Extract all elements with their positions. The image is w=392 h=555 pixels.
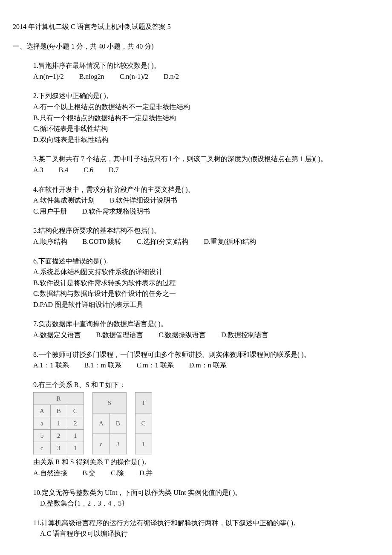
option-b: B.交 bbox=[83, 468, 96, 479]
table-cell: 2 bbox=[50, 430, 67, 442]
question-text: 1.冒泡排序在最坏情况下的比较次数是( )。 bbox=[33, 60, 379, 71]
option-d: D.n/2 bbox=[164, 71, 179, 82]
relation-tables: R A B C a 1 2 b 2 1 c 3 1 S bbox=[33, 392, 379, 454]
table-cell: c bbox=[92, 434, 110, 454]
option-c: C.m：1 联系 bbox=[137, 360, 174, 371]
table-cell: 1 bbox=[50, 417, 67, 430]
option-d: D.7 bbox=[109, 165, 119, 176]
table-r-name: R bbox=[34, 393, 84, 405]
table-cell: 1 bbox=[67, 442, 84, 454]
option-c: C.数据结构与数据库设计是软件设计的任务之一 bbox=[33, 288, 379, 299]
option-a: A.自然连接 bbox=[33, 468, 67, 479]
option-b: B.只有一个根结点的数据结构不一定是线性结构 bbox=[33, 113, 379, 124]
table-header: B bbox=[50, 405, 67, 417]
table-cell: c bbox=[34, 442, 51, 454]
question-5: 5.结构化程序所要求的基本结构不包括( )。 A.顺序结构 B.GOT0 跳转 … bbox=[33, 225, 379, 247]
table-s: S A B c 3 bbox=[92, 392, 127, 454]
table-cell: b bbox=[34, 430, 51, 442]
question-text: 8.一个教师可讲授多门课程，一门课程可由多个教师讲授。则实体教师和课程间的联系是… bbox=[33, 349, 379, 360]
question-text: 7.负责数据库中查询操作的数据库语言是( )。 bbox=[33, 318, 379, 330]
table-header: A bbox=[92, 413, 110, 434]
option-a: A.C 语言程序仅可以编译执行 bbox=[40, 528, 379, 539]
table-cell: 1 bbox=[67, 430, 84, 442]
option-a: A.系统总体结构图支持软件系统的详细设计 bbox=[33, 266, 379, 278]
table-header: A bbox=[34, 405, 51, 417]
option-b: B.GOT0 跳转 bbox=[83, 236, 122, 247]
table-cell: 1 bbox=[135, 434, 152, 454]
table-header: B bbox=[110, 413, 126, 434]
question-text: 6.下面描述中错误的是( )。 bbox=[33, 256, 379, 267]
option-a: A.数据定义语言 bbox=[33, 330, 81, 341]
option-c: C.用户手册 bbox=[33, 206, 67, 217]
option-d: D.m：n 联系 bbox=[189, 360, 227, 371]
question-8: 8.一个教师可讲授多门课程，一门课程可由多个教师讲授。则实体教师和课程间的联系是… bbox=[33, 349, 379, 371]
option-a: A.有一个以上根结点的数据结构不一定是非线性结构 bbox=[33, 101, 379, 113]
question-7: 7.负责数据库中查询操作的数据库语言是( )。 A.数据定义语言 B.数据管理语… bbox=[33, 318, 379, 340]
question-4: 4.在软件开发中，需求分析阶段产生的主要文档是( )。 A.软件集成测试计划 B… bbox=[33, 184, 379, 217]
table-cell: a bbox=[34, 417, 51, 430]
option-a: A.n(n+1)/2 bbox=[33, 71, 64, 82]
question-1: 1.冒泡排序在最坏情况下的比较次数是( )。 A.n(n+1)/2 B.nlog… bbox=[33, 60, 379, 82]
question-text-2: 由关系 R 和 S 得到关系 T 的操作是( )。 bbox=[33, 457, 379, 468]
option-d: D.数据控制语言 bbox=[221, 330, 269, 341]
question-text: 9.有三个关系 R、S 和 T 如下： bbox=[33, 379, 379, 390]
option-a: A.软件集成测试计划 bbox=[33, 195, 95, 206]
option-b: B.软件设计是将软件需求转换为软件表示的过程 bbox=[33, 278, 379, 289]
option-d: D.双向链表是非线性结构 bbox=[33, 134, 379, 145]
option-c: C.n(n-1)/2 bbox=[120, 71, 148, 82]
option-a: A.3 bbox=[33, 165, 43, 176]
question-3: 3.某二叉树共有 7 个结点，其中叶子结点只有 l 个，则该二叉树的深度为(假设… bbox=[33, 153, 379, 175]
question-9: 9.有三个关系 R、S 和 T 如下： R A B C a 1 2 b 2 1 … bbox=[33, 379, 379, 479]
option-c: C.数据操纵语言 bbox=[159, 330, 206, 341]
option-c: C.6 bbox=[84, 165, 93, 176]
question-text: 5.结构化程序所要求的基本结构不包括( )。 bbox=[33, 225, 379, 236]
question-2: 2.下列叙述中正确的是( )。 A.有一个以上根结点的数据结构不一定是非线性结构… bbox=[33, 90, 379, 145]
question-10: 10.定义无符号整数类为 UInt，下面可以作为类 UInt 实例化值的是( )… bbox=[33, 487, 379, 509]
option-d: D.软件需求规格说明书 bbox=[82, 206, 150, 217]
table-t-name: T bbox=[135, 393, 152, 413]
option-d: D.整数集合{1，2，3，4，5} bbox=[40, 498, 379, 509]
table-s-name: S bbox=[92, 393, 126, 413]
option-a: A.顺序结构 bbox=[33, 236, 67, 247]
option-b: B.1：m 联系 bbox=[84, 360, 121, 371]
table-t: T C 1 bbox=[135, 392, 152, 454]
table-header: C bbox=[67, 405, 84, 417]
option-d: D.并 bbox=[139, 468, 153, 479]
option-d: D.PAD 图是软件详细设计的表示工具 bbox=[33, 299, 379, 310]
option-d: D.重复(循环)结构 bbox=[204, 236, 256, 247]
question-text: 4.在软件开发中，需求分析阶段产生的主要文档是( )。 bbox=[33, 184, 379, 195]
option-c: C.选择(分支)结构 bbox=[137, 236, 188, 247]
document-title: 2014 年计算机二级 C 语言考试上机冲刺试题及答案 5 bbox=[13, 21, 379, 32]
option-c: C.除 bbox=[111, 468, 124, 479]
question-11: 11.计算机高级语言程序的运行方法有编译执行和解释执行两种，以下叙述中正确的事(… bbox=[33, 517, 379, 539]
option-b: B.数据管理语言 bbox=[96, 330, 144, 341]
table-header: C bbox=[135, 413, 152, 434]
option-b: B.4 bbox=[59, 165, 69, 176]
question-text: 3.某二叉树共有 7 个结点，其中叶子结点只有 l 个，则该二叉树的深度为(假设… bbox=[33, 153, 379, 165]
section-header: 一、选择题(每小题 1 分，共 40 小题，共 40 分) bbox=[13, 41, 379, 52]
question-text: 11.计算机高级语言程序的运行方法有编译执行和解释执行两种，以下叙述中正确的事(… bbox=[33, 517, 379, 529]
table-cell: 3 bbox=[50, 442, 67, 454]
question-6: 6.下面描述中错误的是( )。 A.系统总体结构图支持软件系统的详细设计 B.软… bbox=[33, 256, 379, 310]
table-cell: 3 bbox=[110, 434, 126, 454]
question-text: 2.下列叙述中正确的是( )。 bbox=[33, 90, 379, 101]
option-b: B.nlog2n bbox=[79, 71, 104, 82]
option-c: C.循环链表是非线性结构 bbox=[33, 123, 379, 134]
question-text: 10.定义无符号整数类为 UInt，下面可以作为类 UInt 实例化值的是( )… bbox=[33, 487, 379, 498]
option-a: A.1：1 联系 bbox=[33, 360, 69, 371]
table-cell: 2 bbox=[67, 417, 84, 430]
table-r: R A B C a 1 2 b 2 1 c 3 1 bbox=[33, 392, 84, 454]
option-b: B.软件详细设计说明书 bbox=[110, 195, 178, 206]
